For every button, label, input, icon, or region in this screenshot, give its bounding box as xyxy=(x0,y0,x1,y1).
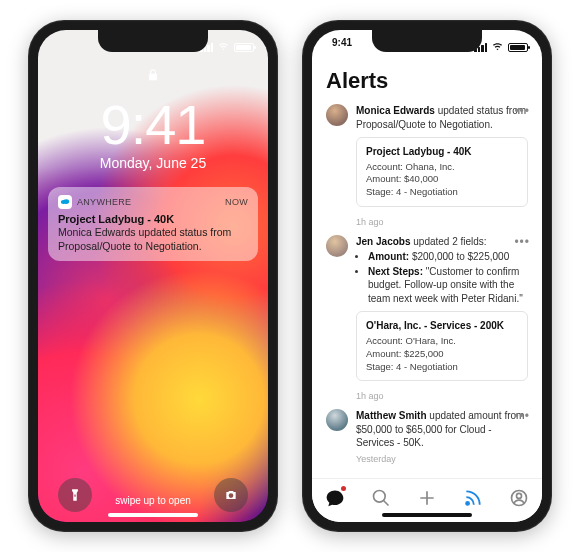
search-icon xyxy=(371,488,391,508)
notification-dot xyxy=(341,486,346,491)
alert-item[interactable]: Jen Jacobs updated 2 fields: Amount: $20… xyxy=(326,235,528,385)
tab-profile[interactable] xyxy=(504,483,534,513)
wifi-icon xyxy=(217,42,230,52)
svg-point-1 xyxy=(63,199,69,204)
alert-item[interactable]: Monica Edwards updated status from Propo… xyxy=(326,104,528,211)
notification-body: Monica Edwards updated status from Propo… xyxy=(58,226,248,253)
camera-button[interactable] xyxy=(214,478,248,512)
avatar xyxy=(326,409,348,431)
alert-summary: updated 2 fields: xyxy=(410,236,486,247)
flashlight-icon xyxy=(68,488,82,502)
notch xyxy=(372,30,482,52)
svg-point-6 xyxy=(466,501,469,504)
record-card[interactable]: Project Ladybug - 40K Account: Ohana, In… xyxy=(356,137,528,207)
alert-author: Monica Edwards xyxy=(356,105,435,116)
lock-icon xyxy=(146,66,160,84)
avatar xyxy=(326,235,348,257)
chat-icon xyxy=(325,488,345,508)
card-title: Project Ladybug - 40K xyxy=(366,145,518,159)
lock-notification[interactable]: ANYWHERE now Project Ladybug - 40K Monic… xyxy=(48,187,258,261)
battery-icon xyxy=(508,43,528,52)
notification-title: Project Ladybug - 40K xyxy=(58,213,248,225)
avatar xyxy=(326,104,348,126)
tab-feed[interactable] xyxy=(458,483,488,513)
battery-icon xyxy=(234,43,254,52)
plus-icon xyxy=(417,488,437,508)
tab-add[interactable] xyxy=(412,483,442,513)
more-button[interactable]: ••• xyxy=(514,104,530,118)
flashlight-button[interactable] xyxy=(58,478,92,512)
phone-lockscreen: 9:41 Monday, June 25 ANYWHERE now Projec… xyxy=(28,20,278,532)
notch xyxy=(98,30,208,52)
notification-app-icon xyxy=(58,195,72,209)
alert-timestamp: Yesterday xyxy=(356,453,528,465)
lock-clock-time: 9:41 xyxy=(38,92,268,157)
alert-timestamp: 1h ago xyxy=(356,391,528,401)
more-button[interactable]: ••• xyxy=(514,235,530,249)
alert-author: Matthew Smith xyxy=(356,410,427,421)
card-title: O'Hara, Inc. - Services - 200K xyxy=(366,319,518,333)
svg-line-3 xyxy=(384,500,389,505)
notification-app-name: ANYWHERE xyxy=(77,197,131,207)
camera-icon xyxy=(224,488,238,502)
wifi-icon xyxy=(491,42,504,52)
record-card[interactable]: O'Hara, Inc. - Services - 200K Account: … xyxy=(356,311,528,381)
more-button[interactable]: ••• xyxy=(514,409,530,423)
phone-alerts: 9:41 Alerts Monica Edwards updated statu… xyxy=(302,20,552,532)
alert-bullets: Amount: $200,000 to $225,000 Next Steps:… xyxy=(358,250,528,305)
notification-time: now xyxy=(225,197,248,207)
svg-point-2 xyxy=(374,490,386,502)
svg-point-8 xyxy=(517,493,522,498)
alert-timestamp: 1h ago xyxy=(356,217,528,227)
statusbar-time: 9:41 xyxy=(332,37,352,48)
alert-item[interactable]: Matthew Smith updated amount from $50,00… xyxy=(326,409,528,465)
feed-icon xyxy=(463,488,483,508)
alert-author: Jen Jacobs xyxy=(356,236,410,247)
tab-search[interactable] xyxy=(366,483,396,513)
profile-icon xyxy=(509,488,529,508)
tab-chat[interactable] xyxy=(320,483,350,513)
lock-clock-date: Monday, June 25 xyxy=(38,155,268,171)
page-title: Alerts xyxy=(326,68,528,94)
home-indicator[interactable] xyxy=(382,513,472,517)
